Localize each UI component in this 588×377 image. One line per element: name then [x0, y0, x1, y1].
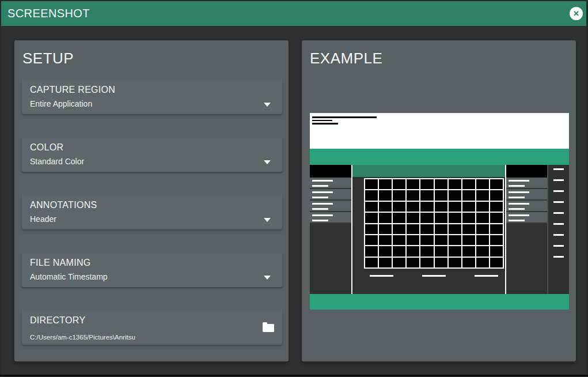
- preview-grid-cell: [393, 258, 405, 267]
- preview-scale-tick: [553, 179, 564, 181]
- preview-grid-cell: [393, 246, 405, 256]
- preview-grid-cell: [393, 224, 405, 234]
- preview-grid-cell: [379, 258, 392, 267]
- preview-menu-line: [312, 203, 333, 205]
- example-preview: [310, 113, 569, 310]
- preview-axis-tick: [475, 275, 498, 277]
- preview-grid: [364, 178, 504, 269]
- preview-plot-region: [352, 165, 505, 294]
- preview-grid-cell: [365, 190, 378, 200]
- preview-grid-cell: [449, 224, 461, 234]
- preview-x-axis: [352, 275, 505, 277]
- preview-header-line: [312, 123, 338, 125]
- preview-sidebar-title-block: [310, 165, 351, 178]
- preview-grid-cell: [476, 235, 489, 245]
- preview-grid-cell: [462, 246, 475, 256]
- preview-grid-cell: [449, 213, 461, 223]
- preview-grid-cell: [407, 179, 419, 189]
- file-naming-value: Automatic Timestamp: [30, 272, 108, 281]
- preview-grid-cell: [379, 190, 392, 200]
- preview-grid-cell: [476, 179, 489, 189]
- preview-grid-cell: [420, 246, 433, 256]
- preview-menu-row: [310, 212, 351, 224]
- preview-grid-cell: [407, 190, 419, 200]
- close-icon: ✕: [573, 10, 579, 17]
- preview-grid-cell: [490, 235, 503, 245]
- preview-grid-cell: [393, 190, 405, 200]
- preview-grid-cell: [365, 179, 378, 189]
- preview-grid-cell: [365, 213, 378, 223]
- color-dropdown[interactable]: COLOR Standard Color: [22, 137, 282, 172]
- file-naming-dropdown[interactable]: FILE NAMING Automatic Timestamp: [22, 252, 282, 287]
- preview-grid-cell: [435, 246, 447, 256]
- preview-grid-cell: [407, 235, 419, 245]
- preview-grid-cell: [490, 190, 503, 200]
- preview-header-line: [312, 116, 377, 118]
- preview-grid-cell: [379, 235, 392, 245]
- preview-grid-cell: [462, 235, 475, 245]
- preview-grid-cell: [435, 213, 447, 223]
- preview-grid-cell: [365, 258, 378, 267]
- preview-menu-row: [310, 189, 351, 201]
- example-panel: EXAMPLE: [302, 40, 576, 361]
- preview-grid-cell: [379, 224, 392, 234]
- example-heading: EXAMPLE: [310, 50, 382, 67]
- close-button[interactable]: ✕: [570, 7, 583, 20]
- preview-grid-cell: [365, 235, 378, 245]
- preview-grid-cell: [449, 258, 461, 267]
- preview-menu-row: [310, 201, 351, 212]
- preview-scale-tick: [553, 223, 564, 225]
- preview-grid-cell: [490, 202, 503, 212]
- preview-grid-cell: [420, 213, 433, 223]
- folder-icon[interactable]: [263, 324, 274, 332]
- preview-axis-tick: [422, 275, 446, 277]
- preview-menu-line: [312, 214, 333, 216]
- preview-menu-line: [509, 203, 529, 205]
- preview-header-lines: [310, 113, 569, 149]
- preview-menu-row: [506, 178, 547, 189]
- preview-grid-cell: [365, 246, 378, 256]
- preview-menu-line: [509, 214, 529, 216]
- preview-grid-cell: [462, 258, 475, 267]
- annotations-dropdown[interactable]: ANNOTATIONS Header: [22, 195, 282, 229]
- preview-menu-line: [312, 197, 328, 198]
- preview-main-teal-bar: [310, 149, 569, 165]
- setup-heading: SETUP: [22, 50, 74, 67]
- preview-grid-cell: [462, 213, 475, 223]
- color-label: COLOR: [30, 142, 63, 153]
- color-value: Standard Color: [30, 157, 84, 166]
- preview-menu-line: [312, 208, 328, 210]
- preview-grid-cell: [449, 202, 461, 212]
- preview-grid-cell: [435, 224, 447, 234]
- preview-grid-cell: [462, 179, 475, 189]
- preview-grid-cell: [449, 179, 461, 189]
- preview-menu-row: [506, 212, 547, 224]
- preview-left-sidebar: [310, 165, 351, 294]
- capture-region-dropdown[interactable]: CAPTURE REGION Entire Application: [22, 80, 282, 114]
- preview-scale-tick: [553, 234, 564, 236]
- preview-bottom-teal-bar: [310, 294, 569, 310]
- setup-panel: SETUP CAPTURE REGION Entire Application …: [14, 40, 289, 361]
- preview-grid-cell: [407, 202, 419, 212]
- preview-menu-row: [506, 201, 547, 212]
- preview-grid-cell: [476, 202, 489, 212]
- capture-region-value: Entire Application: [30, 99, 92, 108]
- preview-grid-cell: [490, 224, 503, 234]
- preview-menu-line: [509, 191, 529, 193]
- preview-menu-line: [509, 220, 525, 221]
- preview-grid-cell: [365, 224, 378, 234]
- directory-label: DIRECTORY: [30, 315, 85, 326]
- preview-grid-cell: [420, 190, 433, 200]
- preview-grid-cell: [476, 224, 489, 234]
- preview-grid-cell: [420, 179, 433, 189]
- preview-scale-column: [548, 165, 569, 294]
- window-frame-left: [0, 0, 1, 377]
- preview-grid-cell: [476, 190, 489, 200]
- chevron-down-icon: [264, 218, 271, 222]
- preview-grid-cell: [420, 258, 433, 267]
- preview-menu-line: [312, 180, 333, 182]
- preview-grid-cell: [490, 246, 503, 256]
- preview-scale-tick: [553, 168, 564, 170]
- directory-field[interactable]: DIRECTORY C:/Users/am-c1365/Pictures\Anr…: [22, 310, 282, 345]
- dialog-titlebar: SCREENSHOT ✕: [1, 1, 586, 26]
